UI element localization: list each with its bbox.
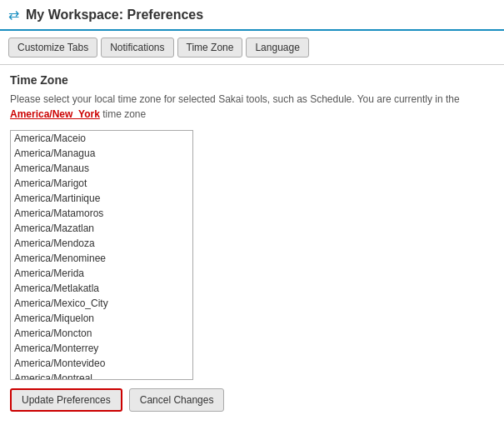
timezone-item[interactable]: America/Montreal xyxy=(11,371,192,380)
timezone-item[interactable]: America/Menominee xyxy=(11,251,192,266)
main-content: Time Zone Please select your local time … xyxy=(0,65,504,420)
page-header: ⇄ My Workspace: Preferences xyxy=(0,0,504,31)
timezone-item[interactable]: America/Martinique xyxy=(11,191,192,206)
timezone-item[interactable]: America/Manaus xyxy=(11,161,192,176)
description: Please select your local time zone for s… xyxy=(10,92,494,122)
timezone-item[interactable]: America/Managua xyxy=(11,146,192,161)
timezone-item[interactable]: America/Monterrey xyxy=(11,341,192,356)
current-timezone: America/New_York xyxy=(10,108,100,120)
timezone-item[interactable]: America/Moncton xyxy=(11,326,192,341)
timezone-item[interactable]: America/Maceio xyxy=(11,131,192,146)
cancel-changes-button[interactable]: Cancel Changes xyxy=(129,388,225,412)
timezone-item[interactable]: America/Matamoros xyxy=(11,206,192,221)
timezone-item[interactable]: America/Marigot xyxy=(11,176,192,191)
timezone-item[interactable]: America/Merida xyxy=(11,266,192,281)
tab-customize-tabs[interactable]: Customize Tabs xyxy=(8,38,97,58)
timezone-listbox[interactable]: America/MaceioAmerica/ManaguaAmerica/Man… xyxy=(10,130,193,380)
timezone-item[interactable]: America/Metlakatla xyxy=(11,281,192,296)
timezone-item[interactable]: America/Montevideo xyxy=(11,356,192,371)
description-before: Please select your local time zone for s… xyxy=(10,93,460,105)
timezone-item[interactable]: America/Mendoza xyxy=(11,236,192,251)
tab-time-zone[interactable]: Time Zone xyxy=(177,38,243,58)
timezone-item[interactable]: America/Mexico_City xyxy=(11,296,192,311)
timezone-item[interactable]: America/Mazatlan xyxy=(11,221,192,236)
workspace-icon: ⇄ xyxy=(8,7,19,22)
description-after: time zone xyxy=(102,108,146,120)
section-title: Time Zone xyxy=(10,73,494,87)
tab-language[interactable]: Language xyxy=(246,38,308,58)
timezone-item[interactable]: America/Miquelon xyxy=(11,311,192,326)
page-title: My Workspace: Preferences xyxy=(26,8,203,22)
update-preferences-button[interactable]: Update Preferences xyxy=(10,388,122,412)
tab-notifications[interactable]: Notifications xyxy=(101,38,173,58)
tabs-bar: Customize TabsNotificationsTime ZoneLang… xyxy=(0,31,504,65)
buttons-bar: Update Preferences Cancel Changes xyxy=(10,388,494,412)
